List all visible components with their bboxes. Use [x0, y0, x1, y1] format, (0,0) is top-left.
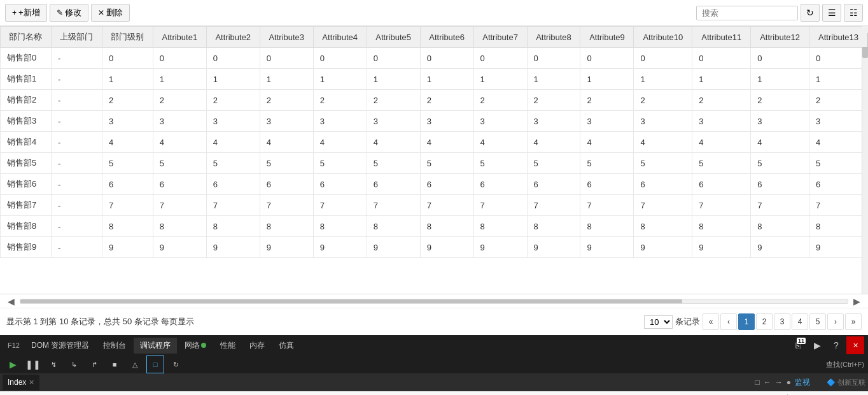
table-row[interactable]: 销售部1-11111111111111: [1, 69, 868, 90]
cell-row5-col5: 5: [260, 153, 313, 174]
cell-row7-col10: 7: [527, 195, 580, 216]
devtools-tab-emulation[interactable]: 仿真: [272, 338, 300, 354]
search-box: [696, 6, 798, 20]
scroll-track[interactable]: [20, 299, 848, 304]
cell-row6-col13: 6: [692, 174, 751, 195]
cell-row0-col3: 0: [153, 48, 206, 69]
plus-icon: +: [12, 8, 17, 17]
refresh-button[interactable]: ↻: [801, 4, 820, 22]
cell-row0-col9: 0: [473, 48, 527, 69]
cell-row8-col14: 8: [751, 216, 809, 237]
table-row[interactable]: 销售部0-00000000000000: [1, 48, 868, 69]
scroll-thumb: [20, 299, 682, 303]
table-row[interactable]: 销售部8-88888888888888: [1, 216, 868, 237]
tab-bar: Index ✕ □ ← → ● 监视 🔷 创新互联: [0, 373, 868, 391]
cell-row7-col13: 7: [692, 195, 751, 216]
cell-row4-col10: 4: [527, 132, 580, 153]
page-btn-2[interactable]: 2: [756, 313, 773, 330]
add-button[interactable]: + +新增: [5, 4, 47, 22]
cell-row5-col8: 5: [420, 153, 473, 174]
exceptions-button[interactable]: △: [126, 356, 144, 373]
cell-row5-col12: 5: [634, 153, 692, 174]
cell-row0-col7: 0: [367, 48, 420, 69]
devtools-tab-dom[interactable]: DOM 资源管理器: [25, 338, 95, 354]
cell-row0-col0: 销售部0: [1, 48, 52, 69]
cell-row9-col14: 9: [751, 237, 809, 258]
page-btn-4[interactable]: 4: [792, 313, 808, 330]
cell-row1-col10: 1: [527, 69, 580, 90]
devtools-tab-network[interactable]: 网络: [178, 338, 213, 354]
devtools-tab-performance[interactable]: 性能: [214, 338, 242, 354]
list-view-button[interactable]: ☰: [822, 4, 841, 22]
delete-button[interactable]: ✕ 删除: [91, 4, 130, 22]
vertical-scrollbar[interactable]: [862, 26, 868, 294]
page-btn-5[interactable]: 5: [809, 313, 826, 330]
cell-row6-col15: 6: [809, 174, 868, 195]
cell-row6-col11: 6: [580, 174, 634, 195]
cell-row5-col0: 销售部5: [1, 153, 52, 174]
scroll-right-arrow[interactable]: ▶: [851, 296, 863, 306]
cell-row4-col12: 4: [634, 132, 692, 153]
table-row[interactable]: 销售部7-77777777777777: [1, 195, 868, 216]
worker-button[interactable]: □: [146, 356, 164, 373]
cell-row7-col6: 7: [313, 195, 367, 216]
settings-button[interactable]: ✕: [846, 336, 864, 354]
help-button[interactable]: ?: [827, 336, 845, 354]
cell-row4-col8: 4: [420, 132, 473, 153]
search-input[interactable]: [702, 8, 785, 18]
cell-row2-col2: 2: [102, 90, 153, 111]
tab-icon-1[interactable]: □: [755, 378, 759, 387]
edit-button[interactable]: ✎ 修改: [50, 4, 88, 22]
step-over-button[interactable]: ↯: [45, 356, 62, 373]
pause-button[interactable]: ❚❚: [24, 356, 42, 373]
page-btn-3[interactable]: 3: [774, 313, 790, 330]
devtools-tab-console[interactable]: 控制台: [97, 338, 132, 354]
table-row[interactable]: 销售部2-22222222222222: [1, 90, 868, 111]
page-btn-nav[interactable]: «: [703, 313, 719, 330]
cell-row7-col2: 7: [102, 195, 153, 216]
page-btn-1[interactable]: 1: [738, 313, 755, 330]
table-row[interactable]: 销售部5-55555555555555: [1, 153, 868, 174]
run-button[interactable]: ▶: [808, 336, 826, 354]
toolbar: + +新增 ✎ 修改 ✕ 删除 ↻ ☰ ☷: [0, 0, 868, 26]
step-into-button[interactable]: ↳: [65, 356, 83, 373]
screenshot-button[interactable]: ⎘ 11: [789, 336, 807, 354]
breakpoints-button[interactable]: ■: [106, 356, 123, 373]
cell-row8-col1: -: [51, 216, 102, 237]
tab-icon-3[interactable]: →: [775, 378, 783, 387]
monitor-button[interactable]: 监视: [795, 377, 810, 388]
page-btn-nav[interactable]: ›: [827, 313, 844, 330]
tab-icon-4[interactable]: ●: [787, 378, 791, 387]
table-container[interactable]: 部门名称上级部门部门级别Attribute1Attribute2Attribut…: [0, 26, 868, 294]
table-row[interactable]: 销售部6-66666666666666: [1, 174, 868, 195]
browser-tab-index[interactable]: Index ✕: [3, 375, 39, 390]
grid-view-button[interactable]: ☷: [844, 4, 863, 22]
cell-row0-col15: 0: [809, 48, 868, 69]
cell-row5-col15: 5: [809, 153, 868, 174]
devtools-tab-debug[interactable]: 调试程序: [134, 338, 177, 354]
table-row[interactable]: 销售部3-33333333333333: [1, 111, 868, 132]
cell-row7-col9: 7: [473, 195, 527, 216]
play-button[interactable]: ▶: [4, 356, 22, 373]
refresh-devtools-button[interactable]: ↻: [167, 356, 185, 373]
cell-row4-col14: 4: [751, 132, 809, 153]
scroll-left-arrow[interactable]: ◀: [5, 296, 17, 306]
table-row[interactable]: 销售部9-99999999999999: [1, 237, 868, 258]
cell-row3-col2: 3: [102, 111, 153, 132]
devtools-tab-memory[interactable]: 内存: [243, 338, 271, 354]
page-btn-nav[interactable]: ‹: [720, 313, 737, 330]
tab-close-button[interactable]: ✕: [29, 378, 34, 387]
cell-row0-col13: 0: [692, 48, 751, 69]
cell-row5-col1: -: [51, 153, 102, 174]
cell-row9-col13: 9: [692, 237, 751, 258]
cell-row6-col2: 6: [102, 174, 153, 195]
cmd-bar: 1 <!DOCTYPE html> ⎘ ⎙ ⎚ ⎛ 监视 🔷 创新互联: [0, 391, 868, 395]
tab-icon-2[interactable]: ←: [764, 378, 771, 387]
table-row[interactable]: 销售部4-44444444444444: [1, 132, 868, 153]
page-btn-nav[interactable]: »: [845, 313, 862, 330]
tab-right-icons: □ ← → ● 监视 🔷 创新互联: [755, 377, 865, 388]
per-page-select[interactable]: 10 20 50: [644, 315, 673, 329]
cell-row1-col1: -: [51, 69, 102, 90]
step-out-button[interactable]: ↱: [85, 356, 103, 373]
cell-row6-col3: 6: [153, 174, 206, 195]
